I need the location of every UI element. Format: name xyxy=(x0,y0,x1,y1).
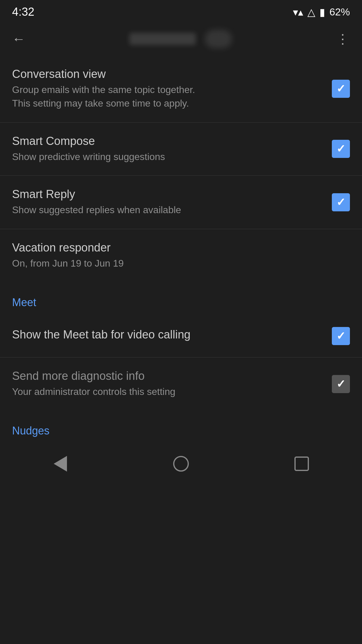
nudges-label: Nudges xyxy=(12,425,49,437)
conversation-view-subtitle: Group emails with the same topic togethe… xyxy=(12,83,323,110)
smart-reply-checkbox[interactable]: ✓ xyxy=(332,193,350,211)
conversation-view-item[interactable]: Conversation view Group emails with the … xyxy=(0,56,362,122)
check-icon: ✓ xyxy=(336,196,345,209)
back-button[interactable]: ← xyxy=(9,28,28,50)
smart-reply-title: Smart Reply xyxy=(12,188,323,201)
smart-compose-subtitle: Show predictive writing suggestions xyxy=(12,150,323,164)
smart-reply-subtitle: Show suggested replies when available xyxy=(12,203,323,217)
meet-tab-checkbox[interactable]: ✓ xyxy=(332,327,350,345)
smart-reply-text: Smart Reply Show suggested replies when … xyxy=(12,188,332,217)
top-bar: ← ⋮ xyxy=(0,22,362,56)
status-time: 4:32 xyxy=(12,5,34,18)
smart-compose-text: Smart Compose Show predictive writing su… xyxy=(12,135,332,164)
title-blurred xyxy=(129,33,196,45)
vacation-responder-item[interactable]: Vacation responder On, from Jun 19 to Ju… xyxy=(0,229,362,282)
conversation-view-text: Conversation view Group emails with the … xyxy=(12,68,332,110)
back-triangle-icon xyxy=(54,456,67,472)
nav-recent-button[interactable] xyxy=(284,452,320,476)
meet-label: Meet xyxy=(12,296,36,309)
diagnostic-info-item: Send more diagnostic info Your administr… xyxy=(0,357,362,411)
smart-compose-checkbox[interactable]: ✓ xyxy=(332,140,350,158)
meet-tab-text: Show the Meet tab for video calling xyxy=(12,328,332,344)
battery-icon: ▮ xyxy=(319,6,325,18)
vacation-responder-title: Vacation responder xyxy=(12,241,341,254)
recent-square-icon xyxy=(294,457,309,471)
conversation-view-checkbox[interactable]: ✓ xyxy=(332,80,350,98)
check-icon: ✓ xyxy=(336,143,345,155)
smart-compose-item[interactable]: Smart Compose Show predictive writing su… xyxy=(0,123,362,176)
nav-home-button[interactable] xyxy=(163,452,199,476)
nav-back-button[interactable] xyxy=(42,452,78,476)
diagnostic-info-checkbox: ✓ xyxy=(332,375,350,393)
status-icons: ▾▴ △ ▮ 62% xyxy=(293,6,350,18)
avatar-blurred xyxy=(205,30,232,48)
more-options-button[interactable]: ⋮ xyxy=(333,28,353,50)
battery-level: 62% xyxy=(329,6,350,18)
vacation-responder-text: Vacation responder On, from Jun 19 to Ju… xyxy=(12,241,350,270)
smart-reply-item[interactable]: Smart Reply Show suggested replies when … xyxy=(0,176,362,229)
navigation-bar xyxy=(0,447,362,480)
meet-tab-title: Show the Meet tab for video calling xyxy=(12,328,323,341)
check-icon: ✓ xyxy=(336,82,345,95)
nudges-section-header: Nudges xyxy=(0,411,362,443)
vacation-responder-subtitle: On, from Jun 19 to Jun 19 xyxy=(12,257,341,270)
diagnostic-info-subtitle: Your administrator controls this setting xyxy=(12,385,323,399)
smart-compose-title: Smart Compose xyxy=(12,135,323,148)
diagnostic-info-title: Send more diagnostic info xyxy=(12,370,323,383)
status-bar: 4:32 ▾▴ △ ▮ 62% xyxy=(0,0,362,22)
wifi-icon: ▾▴ xyxy=(293,6,303,18)
check-icon: ✓ xyxy=(336,378,345,390)
diagnostic-info-text: Send more diagnostic info Your administr… xyxy=(12,370,332,399)
conversation-view-title: Conversation view xyxy=(12,68,323,81)
title-area xyxy=(28,30,333,48)
signal-icon: △ xyxy=(307,6,315,18)
meet-tab-item[interactable]: Show the Meet tab for video calling ✓ xyxy=(0,315,362,357)
meet-section-header: Meet xyxy=(0,282,362,315)
check-icon: ✓ xyxy=(336,330,345,342)
home-circle-icon xyxy=(173,456,189,472)
